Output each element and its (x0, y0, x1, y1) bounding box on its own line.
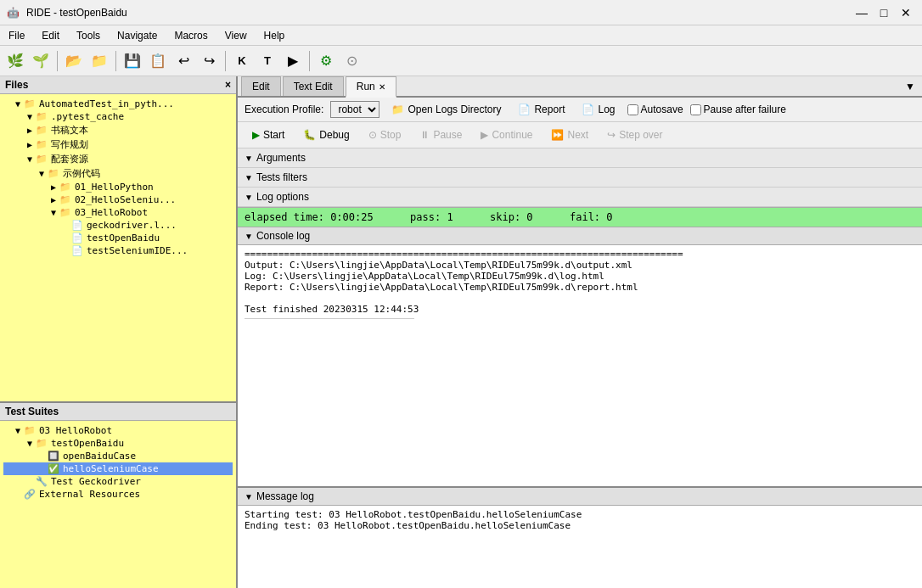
folder-icon-hello-robot: 📁 (59, 207, 73, 218)
tree-label-testopen: testOpenBaidu (87, 232, 160, 244)
toolbar-sep-4 (309, 51, 310, 71)
run-buttons-row: ▶ Start 🐛 Debug ⊙ Stop ⏸ Pause ▶ Cont (238, 122, 922, 148)
tab-edit[interactable]: Edit (241, 76, 281, 96)
tree-arrow-peitao: ▼ (27, 154, 36, 164)
folder-icon-pytest: 📁 (36, 111, 49, 122)
message-log-body[interactable]: Starting test: 03 HelloRobot.testOpenBai… (238, 506, 922, 588)
tree-item-xiezuo[interactable]: ▶ 📁 写作规划 (3, 137, 233, 152)
exec-profile-select[interactable]: robot (330, 101, 379, 118)
stop-button[interactable]: ⊙ Stop (361, 126, 409, 144)
suite-open-baidu-case[interactable]: 🔲 openBaiduCase (3, 450, 233, 462)
continue-button[interactable]: ▶ Continue (473, 126, 540, 144)
suite-hello-robot[interactable]: ▼ 📁 03 HelloRobot (3, 424, 233, 437)
menu-macros[interactable]: Macros (166, 28, 216, 43)
tab-text-edit[interactable]: Text Edit (283, 76, 344, 96)
toolbar-new[interactable]: 🌿 (3, 49, 27, 73)
close-button[interactable]: ✕ (897, 3, 915, 22)
toolbar-stop[interactable]: ⊙ (340, 49, 363, 73)
tree-item-root[interactable]: ▼ 📁 AutomatedTest_in_pyth... (3, 98, 233, 110)
tests-filters-label: Tests filters (256, 171, 307, 183)
tree-item-shili[interactable]: ▼ 📁 示例代码 (3, 166, 233, 181)
menu-help[interactable]: Help (256, 28, 294, 43)
tree-label-shugao: 书稿文本 (51, 124, 88, 137)
test-suites-tree: ▼ 📁 03 HelloRobot ▼ 📁 testOpenBaidu (0, 421, 236, 588)
maximize-button[interactable]: □ (874, 3, 893, 22)
tree-label-shili: 示例代码 (63, 167, 100, 180)
tests-filters-header[interactable]: ▼ Tests filters (238, 168, 922, 187)
toolbar-run[interactable]: ⚙ (314, 49, 338, 73)
autosave-checkbox[interactable] (627, 104, 638, 115)
files-tree: ▼ 📁 AutomatedTest_in_pyth... ▼ 📁 .pytest… (0, 94, 236, 401)
elapsed-time: elapsed time: 0:00:25 (245, 211, 374, 223)
tree-item-peitao[interactable]: ▼ 📁 配套资源 (3, 152, 233, 166)
toolbar-arrow[interactable]: ▶ (281, 49, 305, 73)
folder-icon-shili: 📁 (48, 168, 61, 179)
tree-arrow-hello-robot: ▼ (51, 208, 59, 217)
message-log-label: Message log (256, 490, 314, 502)
report-icon: 📄 (518, 104, 531, 115)
log-icon: 📄 (582, 104, 594, 115)
log-options-arrow: ▼ (245, 193, 253, 202)
toolbar-sep-2 (115, 51, 116, 71)
pause-button[interactable]: ⏸ Pause (412, 126, 469, 144)
open-logs-dir-label: Open Logs Directory (408, 104, 501, 115)
menu-navigate[interactable]: Navigate (109, 28, 166, 43)
toolbar-k[interactable]: K (230, 49, 254, 73)
console-body[interactable]: ========================================… (238, 245, 922, 486)
tree-item-geckodriver[interactable]: 📄 geckodriver.l... (3, 219, 233, 232)
tree-item-shugao[interactable]: ▶ 📁 书稿文本 (3, 123, 233, 137)
menu-edit[interactable]: Edit (33, 28, 68, 43)
console-line-1: ========================================… (245, 249, 915, 260)
tabs-dropdown-arrow[interactable]: ▼ (902, 77, 919, 96)
tree-item-hello-robot[interactable]: ▼ 📁 03_HelloRobot (3, 206, 233, 219)
menu-file[interactable]: File (0, 28, 33, 43)
console-line-report: Report: C:\Users\lingjie\AppData\Local\T… (245, 282, 915, 293)
suite-test-geckodriver[interactable]: 🔧 Test Geckodriver (3, 475, 233, 488)
tab-run-close[interactable]: ✕ (379, 82, 385, 92)
arguments-arrow: ▼ (245, 154, 253, 163)
tree-item-testopen[interactable]: 📄 testOpenBaidu (3, 232, 233, 244)
debug-button[interactable]: 🐛 Debug (295, 126, 357, 144)
minimize-button[interactable]: — (852, 3, 871, 22)
open-logs-dir-button[interactable]: 📁 Open Logs Directory (386, 102, 506, 117)
tree-item-pytest[interactable]: ▼ 📁 .pytest_cache (3, 110, 233, 123)
next-button[interactable]: ⏩ Next (543, 126, 596, 144)
skip-count: skip: 0 (490, 211, 533, 223)
log-options-header[interactable]: ▼ Log options (238, 188, 922, 206)
suite-hello-selenium-case[interactable]: ✅ helloSeleniumCase (3, 462, 233, 475)
case-icon-hello-selenium: ✅ (48, 463, 61, 474)
log-button[interactable]: 📄 Log (576, 102, 620, 117)
start-button[interactable]: ▶ Start (245, 126, 292, 144)
menubar: File Edit Tools Navigate Macros View Hel… (0, 25, 922, 46)
toolbar-save2[interactable]: 📋 (146, 49, 170, 73)
tree-item-testselenium[interactable]: 📄 testSeleniumIDE... (3, 244, 233, 257)
toolbar-t[interactable]: T (256, 49, 279, 73)
toolbar-open[interactable]: 📂 (62, 49, 86, 73)
suite-test-open-baidu[interactable]: ▼ 📁 testOpenBaidu (3, 437, 233, 450)
toolbar-new2[interactable]: 🌱 (29, 49, 53, 73)
toolbar-save[interactable]: 💾 (121, 49, 144, 73)
menu-view[interactable]: View (216, 28, 256, 43)
folder-icon-hello-python: 📁 (59, 182, 73, 193)
menu-tools[interactable]: Tools (68, 28, 109, 43)
run-content: Execution Profile: robot 📁 Open Logs Dir… (238, 98, 922, 588)
pause-checkbox[interactable] (690, 104, 701, 115)
step-over-button[interactable]: ↪ Step over (599, 126, 670, 144)
tree-label-geckodriver: geckodriver.l... (87, 220, 177, 231)
report-button[interactable]: 📄 Report (513, 102, 570, 117)
files-label: Files (5, 79, 28, 91)
toolbar-undo[interactable]: ↩ (171, 49, 195, 73)
pause-run-label: Pause (433, 129, 462, 141)
status-bar: elapsed time: 0:00:25 pass: 1 skip: 0 fa… (238, 207, 922, 227)
tree-item-hello-python[interactable]: ▶ 📁 01_HelloPython (3, 181, 233, 193)
files-panel-close[interactable]: × (225, 79, 231, 91)
toolbar-open2[interactable]: 📁 (87, 49, 111, 73)
arguments-header[interactable]: ▼ Arguments (238, 148, 922, 167)
suite-external-resources[interactable]: 🔗 External Resources (3, 488, 233, 501)
tab-run[interactable]: Run ✕ (346, 76, 396, 98)
tabs-bar: Edit Text Edit Run ✕ ▼ (238, 76, 922, 98)
toolbar-redo[interactable]: ↪ (197, 49, 221, 73)
left-panel: Files × ▼ 📁 AutomatedTest_in_pyth... ▼ 📁… (0, 76, 238, 588)
exec-profile-label: Execution Profile: (245, 104, 323, 115)
tree-item-hello-selenium[interactable]: ▶ 📁 02_HelloSeleniu... (3, 193, 233, 206)
